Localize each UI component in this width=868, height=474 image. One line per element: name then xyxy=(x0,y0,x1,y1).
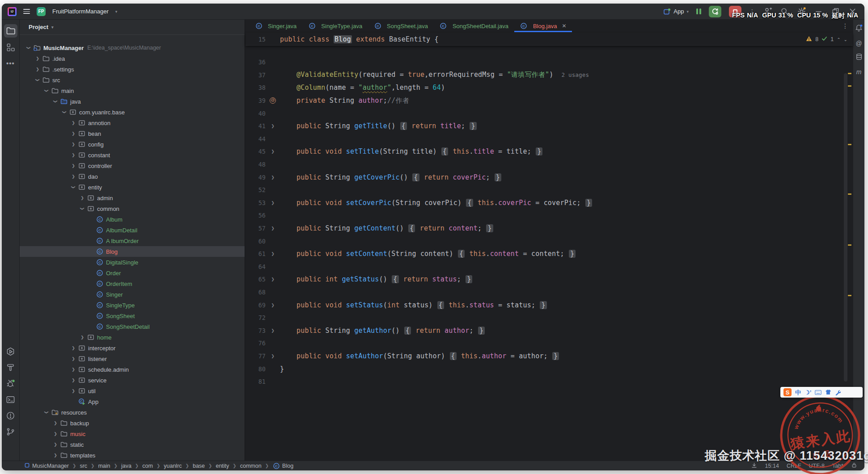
code-line-text[interactable]: public class Blog extends BaseEntity { xyxy=(280,35,439,43)
project-chevron-icon[interactable]: ▾ xyxy=(115,9,118,14)
warning-stripe-mark[interactable] xyxy=(848,244,851,246)
sogou-logo-icon[interactable]: S xyxy=(783,388,792,396)
code-line-65[interactable]: 65❯ public int getStatus() { return stat… xyxy=(246,273,846,286)
tree-item-interceptor[interactable]: ❯interceptor xyxy=(20,343,245,353)
tab-singer-java[interactable]: CSinger.java xyxy=(249,20,302,32)
fold-chevron-icon[interactable]: ❯ xyxy=(271,303,275,307)
tree-item-singletype[interactable]: CSingleType xyxy=(20,300,245,310)
tree-item-albumdetail[interactable]: CAlbumDetail xyxy=(20,225,245,235)
code-line-49[interactable]: 49❯ public String getCoverPic() { return… xyxy=(246,171,846,184)
tree-chevron-icon[interactable]: ❯ xyxy=(69,378,78,382)
code-line-48[interactable]: 48 xyxy=(246,158,846,171)
tab-songsheetdetail-java[interactable]: CSongSheetDetail.java xyxy=(434,20,514,32)
tree-item-songsheet[interactable]: CSongSheet xyxy=(20,310,245,321)
keyboard-icon[interactable] xyxy=(815,390,821,395)
code-line-73[interactable]: 73❯ public String getAuthor() { return a… xyxy=(246,324,846,337)
tree-item-singer[interactable]: CSinger xyxy=(20,289,245,300)
tree-chevron-icon[interactable]: ❯ xyxy=(60,110,69,114)
tree-item-orderitem[interactable]: COrderItem xyxy=(20,278,245,289)
tree-item--idea[interactable]: ❯.idea xyxy=(20,53,245,64)
tab-options-icon[interactable]: ⋮ xyxy=(842,22,848,29)
code-line-60[interactable]: 60 xyxy=(246,235,846,247)
tree-chevron-icon[interactable]: ❯ xyxy=(51,99,60,104)
breadcrumb-item[interactable]: yuanlrc xyxy=(164,463,182,469)
code-line-72[interactable]: 72 xyxy=(246,311,846,324)
tree-chevron-icon[interactable]: ❯ xyxy=(69,153,78,157)
notifications-bell-icon[interactable] xyxy=(855,24,863,34)
project-panel-header[interactable]: Project ▾ xyxy=(20,20,245,35)
prev-issue-icon[interactable]: ⌃ xyxy=(837,37,840,42)
fold-chevron-icon[interactable]: ❯ xyxy=(271,149,275,154)
breadcrumb-item[interactable]: com xyxy=(142,463,153,469)
code-line-69[interactable]: 69❯ public void setStatus(int status) { … xyxy=(246,298,846,311)
warning-stripe-mark[interactable] xyxy=(848,85,851,87)
project-tool-button[interactable] xyxy=(4,24,17,38)
tree-item-admin[interactable]: ❯admin xyxy=(20,193,245,203)
tab-close-icon[interactable]: ✕ xyxy=(562,23,566,29)
tree-item-a-lbumorder[interactable]: CA lbumOrder xyxy=(20,235,245,246)
breadcrumb-item[interactable]: MusicManager xyxy=(24,462,69,470)
tree-item-order[interactable]: COrder xyxy=(20,268,245,278)
tree-item-backup[interactable]: ❯backup xyxy=(20,418,245,428)
tree-chevron-icon[interactable]: ❯ xyxy=(42,88,51,93)
rerun-button[interactable] xyxy=(709,6,721,17)
breadcrumb-item[interactable]: entity xyxy=(216,463,229,469)
warning-stripe-mark[interactable] xyxy=(848,193,851,195)
tree-item-music[interactable]: ❯music xyxy=(20,428,245,439)
tree-item-controller[interactable]: ❯controller xyxy=(20,160,245,171)
problems-tool-button[interactable] xyxy=(4,409,17,422)
tree-chevron-icon[interactable]: ❯ xyxy=(78,206,87,211)
build-tool-button[interactable] xyxy=(4,361,17,374)
fold-chevron-icon[interactable]: ❯ xyxy=(271,175,275,180)
tree-chevron-icon[interactable]: ❯ xyxy=(69,367,78,372)
debug-tool-button[interactable] xyxy=(4,377,17,390)
tree-chevron-icon[interactable]: ❯ xyxy=(78,335,87,340)
tree-chevron-icon[interactable]: ❯ xyxy=(69,174,78,179)
code-line-61[interactable]: 61❯ public void setContent(String conten… xyxy=(246,247,846,260)
breadcrumb-item[interactable]: src xyxy=(80,463,87,469)
tab-songsheet-java[interactable]: CSongSheet.java xyxy=(368,20,434,32)
project-badge[interactable]: FP xyxy=(37,7,46,16)
structure-tool-button[interactable] xyxy=(4,40,17,54)
tree-chevron-icon[interactable]: ❯ xyxy=(69,185,78,189)
tree-chevron-icon[interactable]: ❯ xyxy=(33,56,42,61)
tree-chevron-icon[interactable]: ❯ xyxy=(33,67,42,71)
project-name[interactable]: FruitPlatformManager xyxy=(52,8,109,15)
code-line-68[interactable]: 68 xyxy=(246,286,846,299)
code-line-80[interactable]: 80} xyxy=(246,362,846,375)
fold-chevron-icon[interactable]: ❯ xyxy=(271,354,275,358)
tree-item-main[interactable]: ❯main xyxy=(20,85,245,96)
tree-chevron-icon[interactable]: ❯ xyxy=(51,432,60,436)
tree-item-templates[interactable]: ❯templates xyxy=(20,450,245,461)
tree-item-entity[interactable]: ❯entity xyxy=(20,182,245,193)
tree-chevron-icon[interactable]: ❯ xyxy=(69,164,78,168)
tree-item-dao[interactable]: ❯dao xyxy=(20,171,245,182)
tree-item-static[interactable]: ❯static xyxy=(20,439,245,450)
tree-item-src[interactable]: ❯src xyxy=(20,75,245,85)
breadcrumb-item[interactable]: base xyxy=(193,463,205,469)
breadcrumb-item[interactable]: common xyxy=(240,463,262,469)
tree-chevron-icon[interactable]: ❯ xyxy=(78,196,87,200)
tree-item-listener[interactable]: ❯listener xyxy=(20,353,245,364)
code-line-36[interactable]: 36 xyxy=(246,56,846,69)
tree-item-constant[interactable]: ❯constant xyxy=(20,150,245,160)
tree-item-resources[interactable]: ❯resources xyxy=(20,407,245,418)
tree-item-songsheetdetail[interactable]: CSongSheetDetail xyxy=(20,321,245,332)
fold-chevron-icon[interactable]: ❯ xyxy=(271,201,275,205)
code-line-37[interactable]: 37 @ValidateEntity(required = true,error… xyxy=(246,69,846,82)
tree-chevron-icon[interactable]: ❯ xyxy=(42,410,51,415)
code-line-77[interactable]: 77❯ public void setAuthor(String author)… xyxy=(246,350,846,363)
tree-chevron-icon[interactable]: ❯ xyxy=(69,357,78,361)
warning-stripe-mark[interactable] xyxy=(848,73,851,74)
tree-chevron-icon[interactable]: ❯ xyxy=(69,121,78,125)
breadcrumb-item[interactable]: main xyxy=(98,463,110,469)
warning-stripe-mark[interactable] xyxy=(848,144,851,145)
tree-item-blog[interactable]: CBlog xyxy=(20,246,245,257)
tree-chevron-icon[interactable]: ❯ xyxy=(51,453,60,457)
tree-item-musicmanager[interactable]: ❯MusicManagerE:\idea_space\MusicManager xyxy=(20,42,245,53)
next-issue-icon[interactable]: ⌄ xyxy=(844,37,847,42)
tree-item-config[interactable]: ❯config xyxy=(20,139,245,150)
shirt-skin-icon[interactable] xyxy=(825,390,831,395)
tree-chevron-icon[interactable]: ❯ xyxy=(51,442,60,447)
code-line-39[interactable]: 39@ private String author;//作者 xyxy=(246,94,846,107)
